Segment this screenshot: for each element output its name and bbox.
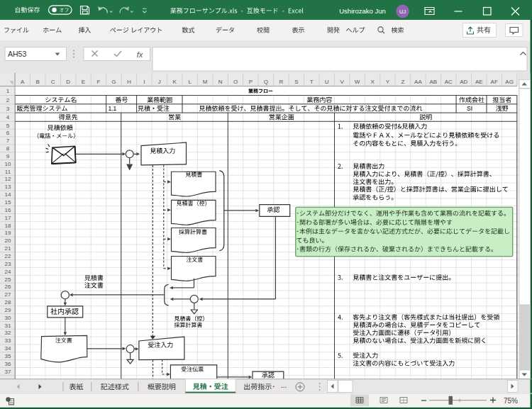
- svg-text:M: M: [203, 79, 208, 85]
- svg-text:14: 14: [5, 191, 11, 198]
- svg-text:fx: fx: [137, 50, 143, 59]
- svg-text:8: 8: [6, 145, 10, 152]
- svg-text:28: 28: [5, 299, 11, 306]
- svg-text:1: 1: [6, 88, 10, 94]
- svg-text:AF: AF: [491, 79, 498, 85]
- svg-text:J: J: [158, 79, 161, 85]
- svg-text:L: L: [188, 79, 192, 85]
- svg-text:10: 10: [5, 161, 11, 167]
- svg-text:37: 37: [5, 369, 11, 375]
- svg-text:9: 9: [6, 153, 10, 159]
- svg-text:3: 3: [6, 106, 10, 112]
- svg-text:Ushirozako Jun: Ushirozako Jun: [339, 7, 385, 15]
- svg-text:D: D: [66, 79, 70, 85]
- svg-text:29: 29: [5, 307, 11, 313]
- svg-text:Z: Z: [401, 79, 405, 85]
- svg-text:27: 27: [5, 291, 11, 298]
- svg-text:31: 31: [5, 323, 11, 329]
- svg-text:22: 22: [5, 253, 11, 259]
- svg-text:W: W: [355, 79, 360, 85]
- svg-text:AB: AB: [430, 79, 438, 85]
- svg-text:75%: 75%: [504, 397, 518, 405]
- svg-text:X: X: [370, 79, 375, 85]
- svg-text:UJ: UJ: [399, 9, 406, 15]
- svg-text:C: C: [51, 79, 55, 85]
- svg-text:35: 35: [5, 353, 11, 359]
- svg-text:32: 32: [5, 330, 11, 336]
- svg-text:AE: AE: [475, 79, 483, 85]
- svg-text:T: T: [310, 79, 314, 85]
- svg-text:21: 21: [5, 245, 11, 252]
- svg-text:1.1: 1.1: [109, 105, 117, 112]
- svg-text:4: 4: [6, 114, 10, 121]
- svg-text:A: A: [21, 79, 25, 85]
- svg-text:24: 24: [5, 269, 11, 275]
- svg-text:F: F: [97, 79, 101, 85]
- svg-text:I: I: [143, 79, 145, 85]
- svg-text:30: 30: [5, 315, 11, 321]
- svg-text:B: B: [36, 79, 40, 85]
- svg-text:19: 19: [5, 230, 11, 236]
- svg-text:E: E: [82, 79, 85, 85]
- svg-text:33: 33: [5, 337, 11, 344]
- svg-text:G: G: [111, 79, 116, 85]
- svg-text:AG: AG: [505, 79, 514, 85]
- svg-text:S: S: [294, 79, 298, 85]
- svg-text:12: 12: [5, 176, 11, 182]
- svg-text:K: K: [173, 79, 177, 85]
- svg-text:34: 34: [5, 345, 11, 352]
- svg-text:36: 36: [5, 361, 11, 367]
- svg-text:18: 18: [5, 223, 11, 229]
- svg-text:25: 25: [5, 276, 11, 283]
- svg-text:U: U: [325, 79, 329, 85]
- svg-text:AC: AC: [445, 79, 453, 85]
- svg-text:N: N: [218, 79, 223, 85]
- svg-text:5: 5: [6, 123, 10, 129]
- svg-text:P: P: [249, 79, 253, 85]
- svg-text:AH53: AH53: [8, 50, 26, 58]
- svg-text:Q: Q: [264, 79, 268, 85]
- svg-text:2: 2: [6, 97, 10, 103]
- svg-text:13: 13: [5, 184, 11, 190]
- svg-text:15: 15: [5, 199, 11, 206]
- svg-text:16: 16: [5, 207, 11, 213]
- svg-text:SI: SI: [467, 105, 472, 112]
- svg-text:AA: AA: [414, 79, 422, 85]
- svg-text:...: ...: [281, 381, 287, 389]
- svg-text:23: 23: [5, 261, 11, 267]
- svg-text:20: 20: [5, 237, 11, 244]
- svg-text:O: O: [233, 79, 238, 85]
- svg-text:7: 7: [6, 138, 10, 144]
- svg-text:R: R: [279, 79, 283, 85]
- svg-text:V: V: [340, 79, 345, 85]
- svg-text:6: 6: [6, 130, 10, 136]
- svg-text:AD: AD: [460, 79, 467, 85]
- svg-text:H: H: [127, 79, 131, 85]
- svg-text:17: 17: [5, 215, 11, 221]
- svg-text:Y: Y: [386, 79, 390, 85]
- svg-text:26: 26: [5, 284, 11, 290]
- svg-text:11: 11: [5, 169, 11, 175]
